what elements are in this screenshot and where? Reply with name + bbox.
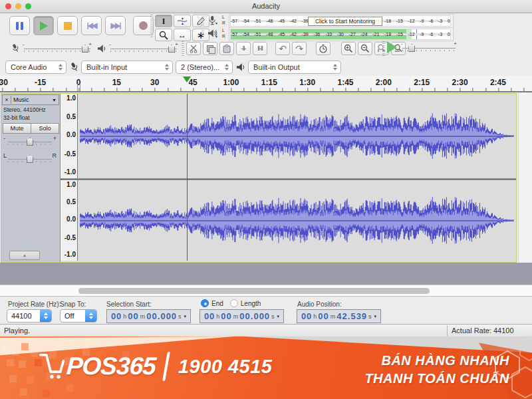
stop-button[interactable] [57, 16, 78, 35]
vertical-scrollbar[interactable] [518, 93, 532, 262]
gain-thumb[interactable] [27, 138, 33, 146]
vertical-scale-label: 0.5 [66, 199, 76, 205]
stop-icon [64, 22, 72, 30]
paste-button[interactable] [219, 42, 234, 55]
skip-start-icon: |◀◀ [87, 21, 96, 30]
cut-button[interactable] [186, 42, 201, 55]
selection-end-field[interactable]: 00h 00m 00.000s ▾ [200, 309, 284, 323]
skip-to-start-button[interactable]: |◀◀ [81, 16, 102, 35]
banner-divider [162, 352, 170, 381]
meter-dropdown-icon[interactable]: ▼ [215, 21, 218, 25]
radio-length[interactable]: Length [230, 299, 261, 307]
meter-dropdown-icon[interactable]: ▼ [215, 35, 218, 39]
audio-position-field[interactable]: 00h 00m 42.539s ▾ [297, 309, 381, 323]
horizontal-scrollbar[interactable] [0, 285, 532, 296]
timeline-label: 1:30 [299, 78, 315, 87]
skip-to-end-button[interactable]: ▶▶| [105, 16, 126, 35]
trim-audio-button[interactable]: -‖- [236, 42, 251, 55]
tagline-line-2: THANH TOÁN CHUẨN [364, 370, 509, 388]
mute-button[interactable]: Mute [3, 123, 31, 134]
pan-slider[interactable]: L R [8, 154, 52, 163]
waveform-area[interactable] [78, 94, 516, 262]
project-rate-value: 44100 [11, 312, 32, 320]
title-bar: Audacity [0, 0, 532, 13]
input-device-select[interactable]: Built-in Input [81, 61, 173, 74]
phone-number[interactable]: 1900 4515 [178, 356, 273, 378]
play-at-speed-button[interactable] [387, 41, 397, 53]
track-close-button[interactable]: × [3, 96, 11, 104]
zoom-out-button[interactable] [358, 42, 372, 55]
timeline-label: -15 [35, 78, 46, 87]
track-header[interactable]: × Music ▼ [2, 94, 59, 105]
envelope-tool-button[interactable] [174, 15, 191, 27]
play-button[interactable] [33, 16, 54, 35]
selection-mode-radios: End Length [201, 299, 261, 307]
horizontal-scrollbar-thumb[interactable] [78, 288, 430, 294]
pan-thumb[interactable] [27, 155, 33, 163]
device-toolbar: Core Audio Built-in Input 2 (Stereo)... … [0, 59, 532, 76]
silence-audio-button[interactable]: ‖-‖ [253, 42, 267, 55]
input-channels-select[interactable]: 2 (Stereo)... [176, 61, 233, 74]
vertical-ruler-ch1: 1.00.50.0-0.5-1.0 [61, 94, 78, 178]
project-rate-select[interactable]: 44100 [7, 309, 52, 323]
track-menu-dropdown-icon[interactable]: ▼ [52, 98, 57, 102]
snap-to-select[interactable]: Off [60, 309, 97, 323]
snap-to-value: Off [65, 312, 74, 320]
track-name: Music [13, 96, 29, 103]
meter-db-label: -51 [255, 19, 261, 24]
meter-db-label: -6 [429, 32, 433, 37]
timeline-label: 2:30 [452, 78, 468, 87]
clock-icon [319, 44, 328, 53]
output-volume-slider[interactable]: -+ [110, 43, 177, 53]
selection-start-field[interactable]: 00h 00m 00.000s ▾ [106, 309, 191, 323]
zoom-out-icon [360, 44, 370, 53]
timeline-label: 2:00 [376, 78, 392, 87]
gain-slider[interactable]: - + [8, 136, 52, 146]
time-shift-icon: ↔ [178, 31, 186, 40]
radio-length-dot[interactable] [230, 299, 238, 307]
audio-host-select[interactable]: Core Audio [5, 61, 66, 74]
playback-meter[interactable]: ▼ LR -57-54-51-48-45-42-39-36-33-30-27-2… [205, 27, 460, 40]
sync-lock-button[interactable] [316, 42, 331, 55]
waveform-channel-2[interactable] [78, 180, 516, 261]
recording-meter[interactable]: ▼ LR -57-54-51-48-45-42-39-36-33-30-27-2… [205, 14, 460, 27]
field-dropdown-icon[interactable]: ▾ [184, 314, 187, 319]
playhead-triangle-icon[interactable] [183, 76, 191, 82]
playback-meter-bars[interactable]: -57-54-51-48-45-42-39-36-33-30-27-24-21-… [229, 27, 454, 41]
meter-db-label: -33 [325, 32, 332, 37]
input-volume-slider[interactable]: -+ [24, 43, 90, 53]
track-collapse-button[interactable]: ▲ [9, 251, 40, 260]
meter-db-label: -18 [384, 19, 391, 24]
output-device-select[interactable]: Built-in Output [248, 61, 341, 74]
radio-end[interactable]: End [201, 299, 223, 307]
brand-name[interactable]: POS365 [66, 352, 157, 380]
track-bitdepth-info: 32-bit float [3, 114, 30, 121]
input-volume-thumb[interactable] [82, 45, 88, 53]
meter-db-label: -18 [384, 32, 391, 37]
pause-button[interactable] [9, 16, 30, 35]
solo-button[interactable]: Solo [31, 123, 59, 134]
playback-speed-slider[interactable]: -+ [402, 43, 456, 52]
field-dropdown-icon[interactable]: ▾ [374, 314, 377, 319]
meter-db-label: -12 [408, 32, 414, 37]
selection-tool-button[interactable]: I [155, 15, 172, 27]
timeline-label: 2:15 [414, 78, 430, 87]
meter-right-label: R [222, 33, 225, 39]
undo-button[interactable]: ↶ [275, 42, 290, 55]
meter-db-label: -21 [372, 32, 379, 37]
record-icon [139, 21, 148, 30]
radio-end-dot[interactable] [201, 299, 209, 307]
speed-thumb[interactable] [408, 44, 415, 52]
monitoring-tooltip[interactable]: Click to Start Monitoring [308, 17, 382, 26]
field-dropdown-icon[interactable]: ▾ [277, 314, 280, 319]
input-volume-mic-icon [11, 43, 20, 53]
copy-button[interactable] [203, 42, 217, 55]
timeline-ruler[interactable]: -30-1501530451:001:151:301:452:002:152:3… [0, 76, 532, 92]
waveform-channel-1[interactable] [78, 94, 516, 178]
audio-position-label: Audio Position: [297, 301, 342, 308]
track-format-info: Stereo, 44100Hz [3, 106, 46, 113]
redo-button[interactable]: ↷ [292, 42, 307, 55]
output-volume-thumb[interactable] [168, 45, 175, 53]
recording-meter-bars[interactable]: -57-54-51-48-45-42-39-36-33-30-27-24-21-… [229, 14, 454, 28]
zoom-in-button[interactable] [341, 42, 356, 55]
